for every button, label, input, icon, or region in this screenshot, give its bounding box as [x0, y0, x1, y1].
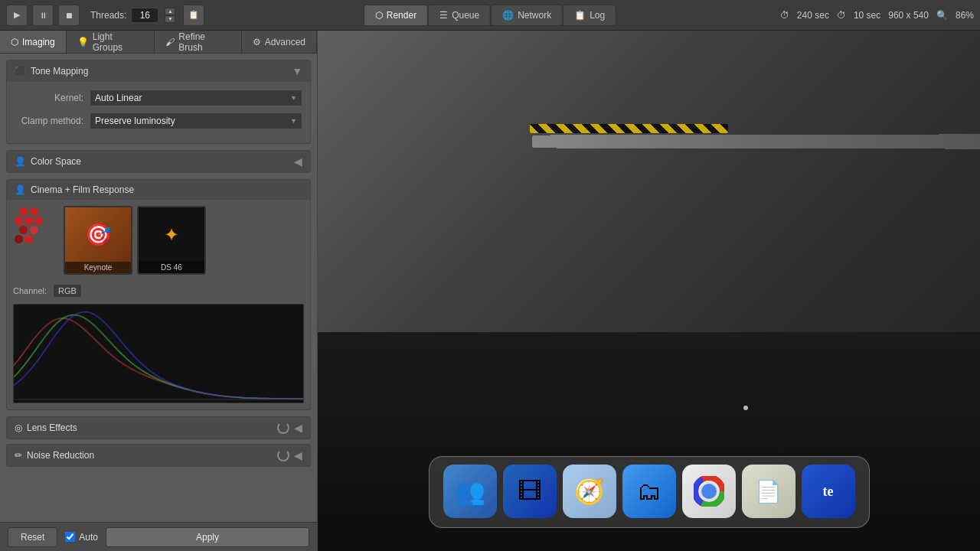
- tone-mapping-collapse[interactable]: ▼: [292, 65, 302, 77]
- kernel-row: Kernel: Auto Linear ▼: [15, 90, 302, 106]
- noise-reduction-section: ✏ Noise Reduction ◀: [6, 444, 311, 467]
- tone-mapping-body: Kernel: Auto Linear ▼ Clamp method: Pres…: [7, 82, 310, 143]
- kernel-label: Kernel:: [15, 93, 83, 103]
- keynote-label: Keynote: [65, 262, 131, 273]
- color-space-collapse[interactable]: ◀: [294, 155, 302, 168]
- lens-icon: ◎: [15, 422, 22, 433]
- noise-power-button[interactable]: [277, 449, 289, 461]
- advanced-icon: ⚙: [253, 37, 261, 47]
- tone-mapping-section: ⬛ Tone Mapping ▼ Kernel: Auto Linear ▼: [6, 60, 311, 144]
- dock-icon-chrome[interactable]: ⚪: [682, 465, 736, 518]
- hdr-visualization: [13, 206, 59, 248]
- lightgroups-icon: 💡: [77, 37, 89, 47]
- hdr-dot-9: [24, 235, 33, 243]
- hdr-dot-3: [15, 217, 23, 225]
- lens-power-button[interactable]: [277, 422, 289, 434]
- hdr-dot-6: [19, 226, 28, 234]
- scene-stripe: [530, 124, 729, 133]
- hdr-dot-8: [15, 235, 23, 243]
- sub-tabs: ⬡ Imaging 💡 Light Groups 🖌 Refine Brush …: [0, 31, 317, 54]
- reset-button[interactable]: Reset: [8, 527, 57, 547]
- svg-point-3: [701, 484, 717, 499]
- lens-effects-controls: ◀: [277, 422, 302, 434]
- top-bar: ▶ ⏸ ⏹ Threads: ▲ ▼ 📋 ⬡ Render ☰ Queue 🌐 …: [0, 0, 980, 31]
- play-button[interactable]: ▶: [6, 5, 28, 26]
- color-space-title: 👤 Color Space: [15, 156, 81, 167]
- dock-icon-docs[interactable]: 📄: [742, 465, 795, 518]
- noise-reduction-controls: ◀: [277, 449, 302, 461]
- threads-up[interactable]: ▲: [165, 8, 175, 15]
- lens-effects-title: ◎ Lens Effects: [15, 422, 77, 433]
- channel-label: Channel:: [13, 286, 47, 295]
- apply-button[interactable]: Apply: [106, 527, 309, 547]
- histogram: [13, 304, 304, 403]
- finder-icon: 🗂: [637, 478, 662, 506]
- textedit-label-icon: te: [823, 484, 834, 500]
- dock-icon-radar[interactable]: 🧭: [563, 465, 616, 518]
- cinema-film-section: 👤 Cinema + Film Response: [6, 179, 311, 410]
- tab-render[interactable]: ⬡ Render: [364, 5, 428, 26]
- color-space-header[interactable]: 👤 Color Space ◀: [7, 151, 310, 172]
- keynote-thumb[interactable]: 🎯 Keynote: [64, 206, 132, 275]
- tone-mapping-header[interactable]: ⬛ Tone Mapping ▼: [7, 60, 310, 82]
- auto-label: Auto: [79, 532, 98, 543]
- photoshow-icon: 🎞: [518, 478, 542, 506]
- subtab-imaging[interactable]: ⬡ Imaging: [0, 31, 67, 53]
- clamp-label: Clamp method:: [15, 116, 83, 126]
- pause-button[interactable]: ⏸: [32, 5, 54, 26]
- tab-queue[interactable]: ☰ Queue: [428, 5, 491, 26]
- dock-icon-finder[interactable]: 🗂: [622, 465, 676, 518]
- network-icon: 🌐: [502, 10, 514, 21]
- cinema-icon: 👤: [15, 184, 26, 195]
- copy-button[interactable]: 📋: [183, 5, 204, 26]
- subtab-light-groups[interactable]: 💡 Light Groups: [67, 31, 155, 53]
- auto-checkbox-row: Auto: [65, 532, 98, 543]
- channel-value: RGB: [53, 284, 82, 298]
- stop-button[interactable]: ⏹: [58, 5, 80, 26]
- zoom-icon: 🔍: [936, 10, 948, 21]
- bottom-bar: Reset Auto Apply: [0, 522, 317, 551]
- render-viewport[interactable]: 👥 🎞 🧭 🗂 ⚪: [318, 31, 980, 551]
- subtab-refine-brush[interactable]: 🖌 Refine Brush: [155, 31, 241, 53]
- queue-icon: ☰: [439, 10, 448, 21]
- threads-input[interactable]: [131, 8, 158, 23]
- threads-label: Threads:: [90, 10, 126, 21]
- clamp-dropdown[interactable]: Preserve luminosity ▼: [90, 112, 302, 129]
- noise-collapse[interactable]: ◀: [294, 449, 302, 461]
- timer1-icon: ⏱: [780, 10, 789, 21]
- tab-network[interactable]: 🌐 Network: [491, 5, 563, 26]
- ds46-thumb[interactable]: ✦ DS 46: [137, 206, 206, 275]
- top-right-info: ⏱ 240 sec ⏱ 10 sec 960 x 540 🔍 86%: [780, 10, 974, 21]
- threads-stepper[interactable]: ▲ ▼: [165, 8, 175, 23]
- cinema-film-header[interactable]: 👤 Cinema + Film Response: [7, 180, 310, 200]
- tonemapping-icon: ⬛: [15, 66, 26, 77]
- scene-wall: [318, 31, 980, 343]
- auto-checkbox[interactable]: [65, 532, 75, 542]
- cinema-film-title: 👤 Cinema + Film Response: [15, 184, 134, 195]
- hdr-dot-5: [34, 217, 43, 225]
- scene-ceiling-bar: [531, 134, 980, 148]
- colorspace-icon: 👤: [15, 156, 26, 167]
- dock-icon-textedit[interactable]: te: [802, 465, 855, 518]
- kernel-dropdown[interactable]: Auto Linear ▼: [90, 90, 302, 106]
- render-icon: ⬡: [375, 10, 383, 21]
- noise-reduction-title: ✏ Noise Reduction: [15, 450, 94, 461]
- dock-icon-sharepoint[interactable]: 👥: [443, 465, 497, 518]
- kernel-dropdown-arrow: ▼: [290, 94, 297, 102]
- dock-icon-photoshow[interactable]: 🎞: [503, 465, 557, 518]
- refinebrush-icon: 🖌: [165, 37, 175, 47]
- tab-log[interactable]: 📋 Log: [563, 5, 616, 26]
- channel-row: Channel: RGB: [7, 281, 310, 304]
- threads-down[interactable]: ▼: [165, 15, 175, 23]
- log-icon: 📋: [574, 10, 586, 21]
- left-panel: ⬡ Imaging 💡 Light Groups 🖌 Refine Brush …: [0, 31, 318, 551]
- subtab-advanced[interactable]: ⚙ Advanced: [242, 31, 317, 53]
- color-space-section: 👤 Color Space ◀: [6, 150, 311, 173]
- lens-collapse[interactable]: ◀: [294, 422, 302, 434]
- dock: 👥 🎞 🧭 🗂 ⚪: [429, 456, 870, 528]
- radar-icon: 🧭: [574, 477, 605, 506]
- noise-icon: ✏: [15, 450, 22, 461]
- ds46-label: DS 46: [139, 262, 204, 273]
- zoom-value: 86%: [956, 10, 974, 21]
- hdr-dot-1: [19, 207, 28, 216]
